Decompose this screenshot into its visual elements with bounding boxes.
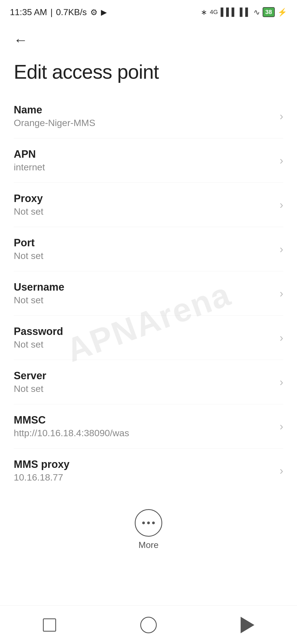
settings-list: Name Orange-Niger-MMS › APN internet › P… [0, 94, 297, 493]
video-icon: ▶ [101, 8, 107, 17]
settings-item-port[interactable]: Port Not set › [14, 227, 283, 271]
settings-item-password[interactable]: Password Not set › [14, 316, 283, 360]
settings-item-content-5: Password Not set [14, 326, 274, 350]
home-icon [140, 617, 157, 633]
dot2 [147, 522, 150, 524]
settings-item-mms-proxy[interactable]: MMS proxy 10.16.18.77 › [14, 449, 283, 493]
chevron-right-icon-4: › [280, 287, 283, 300]
settings-value-7: http://10.16.18.4:38090/was [14, 428, 274, 438]
settings-value-6: Not set [14, 383, 274, 394]
back-arrow-icon: ← [13, 32, 28, 48]
signal-bars2-icon: ▌▌ [240, 8, 251, 17]
recents-icon [43, 618, 56, 632]
settings-item-server[interactable]: Server Not set › [14, 360, 283, 404]
settings-label-3: Port [14, 237, 274, 249]
settings-item-apn[interactable]: APN internet › [14, 138, 283, 183]
settings-value-8: 10.16.18.77 [14, 472, 274, 483]
settings-item-content-4: Username Not set [14, 281, 274, 305]
settings-item-content-6: Server Not set [14, 370, 274, 394]
settings-item-content-0: Name Orange-Niger-MMS [14, 104, 274, 128]
chevron-right-icon-2: › [280, 199, 283, 211]
settings-label-8: MMS proxy [14, 459, 274, 470]
chevron-right-icon-8: › [280, 465, 283, 477]
chevron-right-icon-6: › [280, 376, 283, 388]
settings-label-0: Name [14, 104, 274, 116]
top-nav: ← [0, 22, 297, 55]
charging-icon: ⚡ [277, 8, 287, 17]
settings-label-7: MMSC [14, 414, 274, 426]
bottom-nav [0, 605, 297, 644]
chevron-right-icon-0: › [280, 110, 283, 122]
bluetooth-icon: ∗ [201, 8, 207, 17]
settings-value-1: internet [14, 162, 274, 173]
chevron-right-icon-7: › [280, 420, 283, 433]
settings-item-proxy[interactable]: Proxy Not set › [14, 183, 283, 227]
page-title: Edit access point [14, 61, 159, 83]
settings-value-4: Not set [14, 295, 274, 305]
network-speed: 0.7KB/s [56, 7, 87, 17]
more-button-container: More [0, 498, 297, 564]
page-title-container: Edit access point [0, 55, 297, 94]
settings-value-5: Not set [14, 339, 274, 350]
home-button[interactable] [132, 614, 165, 636]
settings-item-content-7: MMSC http://10.16.18.4:38090/was [14, 414, 274, 438]
back-nav-button[interactable] [231, 614, 264, 636]
settings-label-2: Proxy [14, 193, 274, 204]
time-label: 11:35 AM [10, 7, 47, 17]
settings-value-2: Not set [14, 206, 274, 217]
more-button[interactable] [135, 509, 162, 537]
settings-label-4: Username [14, 281, 274, 293]
settings-value-3: Not set [14, 250, 274, 261]
settings-item-mmsc[interactable]: MMSC http://10.16.18.4:38090/was › [14, 404, 283, 449]
back-icon [241, 617, 254, 633]
settings-value-0: Orange-Niger-MMS [14, 118, 274, 128]
settings-item-name[interactable]: Name Orange-Niger-MMS › [14, 94, 283, 138]
wifi-icon: ∿ [254, 8, 260, 17]
status-right: ∗ 4G ▌▌▌ ▌▌ ∿ 38 ⚡ [201, 7, 287, 17]
settings-item-content-3: Port Not set [14, 237, 274, 261]
signal-4g-icon: 4G [210, 9, 218, 16]
back-button[interactable]: ← [11, 30, 30, 50]
settings-item-content-8: MMS proxy 10.16.18.77 [14, 459, 274, 483]
settings-item-content-1: APN internet [14, 148, 274, 173]
settings-label-6: Server [14, 370, 274, 382]
more-label: More [139, 540, 159, 550]
settings-label-1: APN [14, 148, 274, 160]
status-left: 11:35 AM | 0.7KB/s ⚙ ▶ [10, 7, 107, 17]
settings-label-5: Password [14, 326, 274, 337]
recents-button[interactable] [33, 614, 66, 636]
status-bar: 11:35 AM | 0.7KB/s ⚙ ▶ ∗ 4G ▌▌▌ ▌▌ ∿ 38 … [0, 0, 297, 22]
chevron-right-icon-1: › [280, 154, 283, 167]
signal-bars-icon: ▌▌▌ [221, 8, 237, 17]
chevron-right-icon-3: › [280, 243, 283, 255]
dot3 [152, 522, 155, 524]
speed-label: | [50, 7, 53, 17]
battery-indicator: 38 [263, 7, 275, 17]
dot1 [142, 522, 145, 524]
settings-item-username[interactable]: Username Not set › [14, 271, 283, 316]
chevron-right-icon-5: › [280, 332, 283, 344]
settings-icon: ⚙ [90, 7, 98, 17]
settings-item-content-2: Proxy Not set [14, 193, 274, 217]
